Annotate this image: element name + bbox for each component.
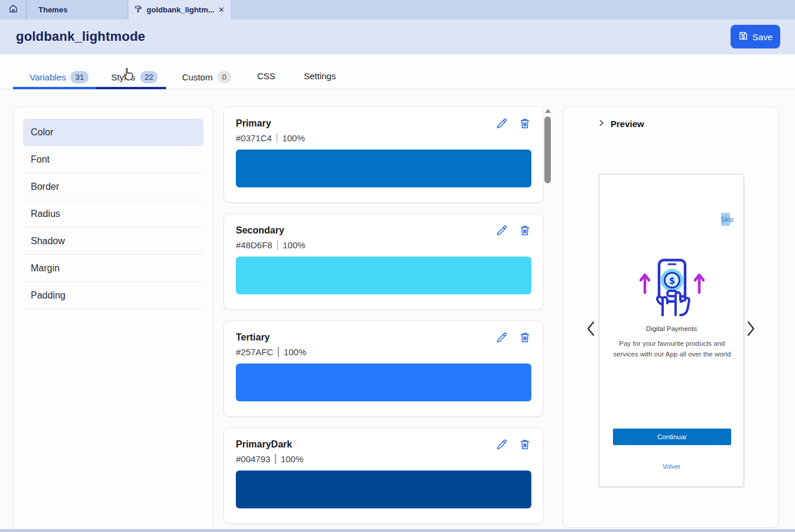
color-card-primarydark: PrimaryDark #004793100% (223, 427, 544, 524)
skip-link-rest: p (730, 216, 734, 223)
color-opacity: 100% (282, 133, 304, 143)
color-name: Primary (236, 118, 531, 129)
category-font-label: Font (31, 154, 50, 165)
edit-color-button[interactable] (495, 331, 508, 344)
preview-title: Preview (611, 119, 644, 129)
app-preview-screen: Skip $ (599, 174, 744, 487)
save-button[interactable]: Save (731, 25, 780, 48)
slide-title: Digital Payments (599, 325, 744, 332)
home-icon (8, 4, 18, 16)
tab-variables[interactable]: Variables 31 (30, 71, 89, 83)
skip-link[interactable]: Skip (721, 216, 734, 223)
tab-themes[interactable]: Themes (27, 0, 128, 20)
tab-settings-label: Settings (304, 71, 336, 81)
color-name: Tertiary (236, 332, 531, 343)
color-opacity: 100% (281, 454, 303, 464)
theme-editor-app: Themes goldbank_lightm... ✕ goldbank_lig… (0, 0, 795, 532)
carousel-prev-icon[interactable] (585, 320, 600, 339)
paint-roller-icon (134, 5, 142, 15)
color-swatch (236, 150, 531, 187)
tab-css-label: CSS (257, 71, 275, 81)
custom-count-badge: 0 (218, 71, 231, 83)
tab-themes-label: Themes (38, 5, 67, 14)
category-shadow-label: Shadow (31, 236, 65, 246)
color-opacity: 100% (283, 240, 305, 250)
chevron-right-icon (598, 119, 605, 129)
delete-color-button[interactable] (518, 117, 531, 130)
page-title: goldbank_lightmode (16, 29, 145, 44)
slide-body-text: Pay for your favourite products and serv… (613, 339, 731, 359)
color-hex: #0371C4 (236, 133, 272, 143)
tab-custom[interactable]: Custom 0 (182, 71, 231, 83)
delete-color-button[interactable] (518, 438, 531, 451)
color-hex: #257AFC (236, 347, 273, 357)
page-header: goldbank_lightmode Save (0, 20, 795, 54)
bottom-edge-strip (0, 529, 795, 532)
color-swatch (236, 364, 531, 401)
color-card-secondary: Secondary #48D6F8100% (223, 213, 544, 310)
category-font[interactable]: Font (23, 146, 203, 173)
color-name: Secondary (236, 225, 531, 236)
edit-color-button[interactable] (495, 117, 508, 130)
active-tab-indicator-right (96, 87, 166, 89)
save-button-label: Save (752, 32, 773, 42)
meta-divider (278, 347, 279, 357)
scrollbar-up-arrow[interactable] (545, 109, 551, 113)
category-radius[interactable]: Radius (23, 200, 203, 228)
category-margin[interactable]: Margin (23, 255, 203, 282)
variables-count-badge: 31 (70, 71, 88, 83)
tab-document-label: goldbank_lightm... (147, 5, 214, 14)
carousel-next-icon[interactable] (744, 320, 760, 339)
home-tab[interactable] (0, 0, 27, 20)
tab-document-active[interactable]: goldbank_lightm... ✕ (128, 0, 231, 20)
category-radius-label: Radius (31, 209, 60, 219)
continue-button[interactable]: Continuar (613, 429, 731, 445)
style-category-list: Color Font Border Radius Shadow Margin P… (13, 106, 213, 532)
category-border-label: Border (31, 181, 59, 192)
tab-custom-label: Custom (182, 72, 213, 82)
color-name: PrimaryDark (236, 439, 531, 450)
delete-color-button[interactable] (518, 224, 531, 237)
tab-styles-label: Styles (111, 72, 135, 82)
color-card-tertiary: Tertiary #257AFC100% (223, 320, 544, 417)
scrollbar-thumb[interactable] (544, 116, 551, 183)
category-border[interactable]: Border (23, 173, 203, 200)
color-hex: #48D6F8 (236, 240, 272, 250)
category-margin-label: Margin (31, 263, 60, 274)
edit-color-button[interactable] (495, 438, 508, 451)
meta-divider (275, 454, 276, 464)
category-color-label: Color (31, 127, 53, 138)
color-hex: #004793 (236, 454, 270, 464)
category-padding[interactable]: Padding (23, 282, 203, 309)
digital-payments-illustration: $ (637, 257, 708, 316)
editor-tabs: Variables 31 Styles 22 Custom 0 CSS Sett… (0, 54, 795, 89)
preview-panel: Preview Skip $ (563, 106, 779, 528)
styles-count-badge: 22 (140, 71, 158, 83)
tab-css[interactable]: CSS (257, 71, 275, 81)
color-opacity: 100% (284, 347, 306, 357)
svg-text:$: $ (669, 275, 675, 286)
preview-collapse-toggle[interactable]: Preview (598, 119, 644, 129)
skip-link-highlight: Ski (721, 213, 730, 226)
save-floppy-icon (738, 31, 748, 43)
category-color[interactable]: Color (23, 119, 203, 146)
category-padding-label: Padding (31, 290, 66, 301)
meta-divider (277, 240, 278, 250)
tab-settings[interactable]: Settings (304, 71, 336, 81)
delete-color-button[interactable] (518, 331, 531, 344)
color-swatch (236, 257, 531, 294)
edit-color-button[interactable] (495, 224, 508, 237)
top-tab-bar: Themes goldbank_lightm... ✕ (0, 0, 795, 20)
active-tab-indicator-left (13, 87, 96, 89)
tab-styles[interactable]: Styles 22 (111, 71, 158, 83)
tab-variables-label: Variables (30, 72, 66, 82)
color-swatch (236, 471, 531, 508)
tab-close-icon[interactable]: ✕ (218, 5, 225, 14)
back-link[interactable]: Volver (599, 463, 744, 470)
color-card-primary: Primary #0371C4100% (223, 106, 544, 203)
meta-divider (277, 133, 278, 143)
category-shadow[interactable]: Shadow (23, 228, 203, 255)
